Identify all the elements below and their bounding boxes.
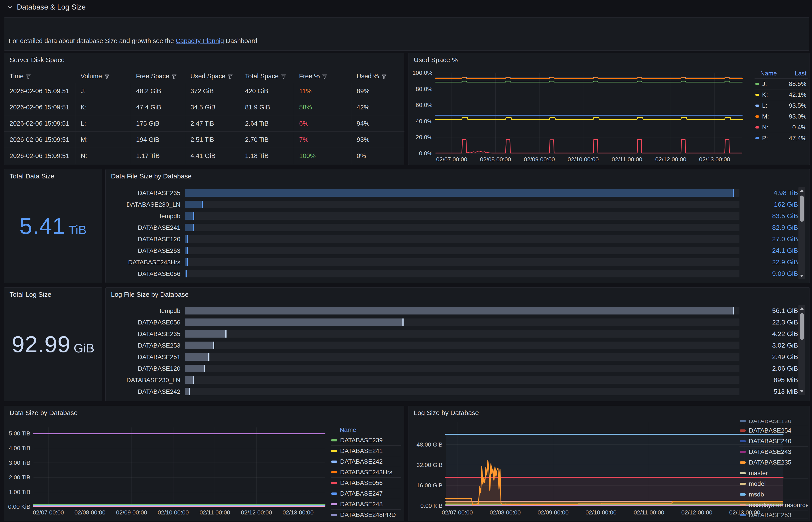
- column-header-volume[interactable]: Volume: [75, 69, 131, 83]
- series-color-marker: [331, 450, 337, 452]
- legend-item[interactable]: DATABASE239: [331, 435, 401, 445]
- bar-label: DATABASE120: [106, 365, 180, 372]
- legend-item-label[interactable]: msdb: [749, 491, 764, 498]
- filter-icon[interactable]: [322, 74, 327, 79]
- filter-icon[interactable]: [171, 74, 177, 79]
- legend-item-label[interactable]: mssqlsystemresource: [749, 502, 808, 509]
- legend-last-header[interactable]: Last: [795, 70, 807, 77]
- legend-item[interactable]: P:47.4%: [754, 133, 808, 144]
- column-header-time[interactable]: Time: [4, 69, 75, 83]
- column-header-total-space[interactable]: Total Space: [240, 69, 294, 83]
- column-header-free-space[interactable]: Free Space: [131, 69, 185, 83]
- legend-item-label[interactable]: DATABASE242: [340, 458, 383, 465]
- column-label: Used Space: [190, 73, 225, 80]
- legend-item[interactable]: DATABASE253: [740, 510, 808, 519]
- legend-item[interactable]: msdb: [740, 489, 808, 500]
- legend-item[interactable]: DATABASE241: [331, 445, 401, 456]
- cell-free-space: 47.4 GiB: [131, 99, 185, 115]
- cell-time: 2026-02-06 15:09:51: [4, 148, 75, 164]
- legend-item[interactable]: DATABASE242: [331, 456, 401, 467]
- legend-item[interactable]: DATABASE235: [740, 457, 808, 468]
- bar-track: [185, 342, 740, 349]
- bar-gauge-row: DATABASE2354.98 TiB: [106, 187, 810, 199]
- legend-item[interactable]: DATABASE248: [331, 499, 401, 509]
- legend-item-label[interactable]: DATABASE243Hrs: [340, 469, 392, 476]
- filter-icon[interactable]: [228, 74, 233, 79]
- x-axis-tick-label: 02/09 00:00: [524, 156, 555, 163]
- filter-icon[interactable]: [26, 74, 31, 79]
- legend-item-label[interactable]: N:: [762, 124, 768, 131]
- column-header-used-space[interactable]: Used Space: [185, 69, 240, 83]
- legend-item-label[interactable]: DATABASE240: [749, 438, 791, 445]
- capacity-planning-link[interactable]: Capacity Plannig: [176, 37, 224, 44]
- bar-label: tempdb: [106, 213, 180, 220]
- legend-name-header[interactable]: Name: [760, 70, 777, 77]
- legend-item[interactable]: J:88.5%: [754, 78, 808, 89]
- x-axis-tick-label: 02/10 00:00: [568, 156, 599, 163]
- filter-icon[interactable]: [381, 74, 387, 79]
- legend-item[interactable]: DATABASE243Hrs: [331, 467, 401, 477]
- legend-item-label[interactable]: DATABASE056: [340, 479, 383, 486]
- table-row: 2026-02-06 15:09:51N:1.17 TiB4.41 GiB1.1…: [4, 148, 404, 164]
- y-axis-tick-label: 32.00 GiB: [416, 462, 443, 468]
- legend-item[interactable]: K:42.1%: [754, 89, 808, 100]
- legend-item[interactable]: DATABASE248PRD: [331, 509, 401, 520]
- scrollbar-up-arrow[interactable]: [800, 189, 804, 192]
- legend-item[interactable]: DATABASE254: [740, 425, 808, 436]
- legend-item-partial[interactable]: DATABASE120: [740, 420, 808, 425]
- legend-item-label[interactable]: DATABASE239: [340, 437, 383, 444]
- legend-item-label[interactable]: DATABASE253: [749, 511, 791, 519]
- legend-item[interactable]: mssqlsystemresource: [740, 500, 808, 510]
- panel-title[interactable]: Log File Size by Database: [111, 291, 189, 298]
- scrollbar-down-arrow[interactable]: [800, 275, 804, 277]
- legend-item-label[interactable]: K:: [762, 91, 768, 98]
- legend-item-label[interactable]: P:: [762, 135, 768, 142]
- column-header-free-[interactable]: Free %: [294, 69, 351, 83]
- scrollbar-down-arrow[interactable]: [800, 390, 804, 393]
- legend-item[interactable]: DATABASE247: [331, 488, 401, 499]
- legend-item[interactable]: N:0.4%: [754, 122, 808, 133]
- legend-item[interactable]: M:93.0%: [754, 111, 808, 122]
- legend-item-label[interactable]: DATABASE247: [340, 490, 383, 497]
- legend-item-label[interactable]: DATABASE241: [340, 447, 383, 455]
- bar-tip: [204, 365, 205, 372]
- legend-item-label[interactable]: DATABASE254: [749, 427, 791, 434]
- filter-icon[interactable]: [281, 74, 286, 79]
- cell-free-space: 1.17 TiB: [131, 148, 185, 164]
- bar-track: [185, 353, 740, 361]
- bar-gauge-row: tempdb56.1 GiB: [106, 305, 810, 317]
- legend-name-header[interactable]: Name: [340, 426, 356, 434]
- legend-item[interactable]: DATABASE240: [740, 436, 808, 446]
- legend-item-label[interactable]: model: [749, 480, 766, 487]
- panel-title[interactable]: Server Disk Space: [9, 56, 65, 64]
- legend-item[interactable]: DATABASE056: [331, 477, 401, 488]
- chevron-down-icon[interactable]: [7, 4, 13, 11]
- legend-item-label[interactable]: DATABASE243: [749, 448, 791, 456]
- legend-item-label[interactable]: master: [749, 469, 768, 477]
- bar-value: 56.1 GiB: [731, 307, 798, 315]
- column-header-used-[interactable]: Used %: [351, 69, 404, 83]
- used-space-chart[interactable]: 0.0%20.0%40.0%60.0%80.0%100.0%02/07 00:0…: [409, 53, 810, 165]
- panel-title[interactable]: Data File Size by Database: [111, 173, 192, 180]
- legend-item[interactable]: master: [740, 468, 808, 478]
- legend-item[interactable]: L:93.5%: [754, 100, 808, 111]
- legend-item[interactable]: DATABASE243: [740, 446, 808, 457]
- legend-item[interactable]: model: [740, 478, 808, 489]
- scrollbar-thumb[interactable]: [800, 313, 804, 340]
- bar-tip: [189, 388, 190, 395]
- legend-item-label[interactable]: DATABASE120: [749, 420, 791, 425]
- row-title[interactable]: Database & Log Size: [17, 3, 86, 11]
- legend-item-label[interactable]: J:: [762, 80, 767, 87]
- legend-item-label[interactable]: M:: [762, 113, 769, 120]
- bar-track: [185, 189, 740, 197]
- legend-item-label[interactable]: DATABASE235: [749, 459, 791, 466]
- scrollbar-up-arrow[interactable]: [800, 307, 804, 309]
- total-data-size-panel: Total Data Size 5.41 TiB: [4, 169, 102, 283]
- row-header[interactable]: Database & Log Size: [0, 0, 86, 14]
- scrollbar-thumb[interactable]: [800, 196, 804, 222]
- legend-item-label[interactable]: DATABASE248PRD: [340, 511, 396, 519]
- table-header-row: TimeVolumeFree SpaceUsed SpaceTotal Spac…: [4, 69, 404, 83]
- legend-item-label[interactable]: DATABASE248: [340, 501, 383, 508]
- legend-item-label[interactable]: L:: [762, 102, 767, 109]
- filter-icon[interactable]: [104, 74, 110, 79]
